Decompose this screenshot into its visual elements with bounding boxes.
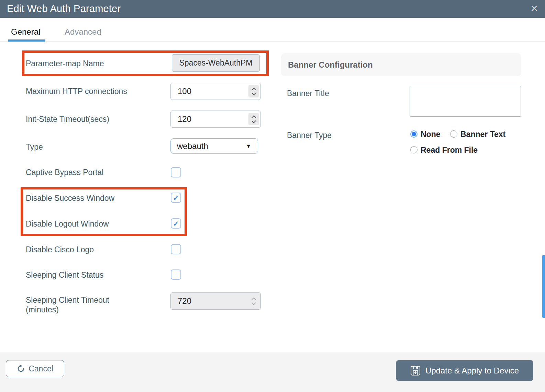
stepper-down-icon [252,301,256,305]
banner-title-textarea[interactable] [410,86,521,117]
banner-configuration-header: Banner Configuration [281,53,521,76]
tab-general-label: General [11,27,40,36]
banner-title-label: Banner Title [287,89,329,98]
save-icon [410,366,421,376]
init-state-timeout-stepper[interactable] [248,113,259,125]
captive-bypass-portal-checkbox[interactable]: ✓ [171,167,181,177]
disable-cisco-logo-label: Disable Cisco Logo [26,245,94,254]
max-http-connections-input[interactable]: 100 [170,83,261,100]
stepper-down-icon[interactable] [252,91,256,95]
max-http-connections-stepper[interactable] [248,85,259,97]
tab-advanced-label: Advanced [65,27,101,36]
type-dropdown-value: webauth [177,141,208,151]
init-state-timeout-label: Init-State Timeout(secs) [26,114,109,124]
sleeping-client-timeout-value: 720 [178,296,191,306]
cancel-button[interactable]: Cancel [6,360,64,377]
sleeping-client-timeout-label: Sleeping Client Timeout (minutes) [26,295,109,314]
undo-icon [17,365,25,373]
sleeping-client-status-label: Sleeping Client Status [26,270,103,280]
close-icon[interactable]: ✕ [530,2,538,15]
disable-cisco-logo-checkbox[interactable]: ✓ [171,244,181,254]
scrollbar-thumb[interactable] [542,255,545,318]
disable-success-window-checkbox[interactable]: ✓ [171,193,181,203]
banner-type-radio-none-label[interactable]: None [421,130,441,139]
disable-logout-window-checkbox[interactable]: ✓ [171,218,181,229]
parameter-map-name-label: Parameter-map Name [26,59,104,68]
max-http-connections-label: Maximum HTTP connections [26,87,127,96]
edit-web-auth-parameter-dialog: Edit Web Auth Parameter ✕ General Advanc… [0,0,545,392]
dialog-titlebar: Edit Web Auth Parameter ✕ [0,0,545,18]
sleeping-client-timeout-stepper [248,295,259,307]
checkmark-icon: ✓ [173,220,179,227]
disable-success-window-label: Disable Success Window [26,193,114,203]
captive-bypass-portal-label: Captive Bypass Portal [26,168,103,177]
disable-logout-window-label: Disable Logout Window [26,219,109,229]
tab-general[interactable]: General [11,27,40,37]
checkmark-icon: ✓ [173,194,179,201]
banner-type-radio-none[interactable] [410,130,418,138]
update-apply-button-label: Update & Apply to Device [425,366,519,376]
parameter-map-name-field[interactable]: Spaces-WebAuthPM [172,54,260,72]
init-state-timeout-input[interactable]: 120 [170,111,261,128]
stepper-down-icon[interactable] [252,119,256,123]
type-label: Type [26,142,43,152]
max-http-connections-value: 100 [178,87,191,96]
banner-type-radio-read-from-file-label[interactable]: Read From File [421,146,478,155]
dialog-footer: Cancel Update & Apply to Device [0,352,545,392]
update-apply-button[interactable]: Update & Apply to Device [396,360,533,381]
cancel-button-label: Cancel [29,364,53,373]
type-dropdown[interactable]: webauth ▼ [170,138,258,154]
banner-type-radio-banner-text[interactable] [450,130,457,138]
dialog-title: Edit Web Auth Parameter [7,3,121,14]
tab-advanced[interactable]: Advanced [65,27,101,37]
sleeping-client-status-checkbox[interactable]: ✓ [171,269,181,280]
dropdown-arrow-icon: ▼ [246,143,251,149]
tabs-divider [0,42,545,42]
banner-configuration-title: Banner Configuration [288,60,373,70]
banner-type-label: Banner Type [287,131,332,140]
banner-type-radio-read-from-file[interactable] [410,146,418,153]
banner-type-radio-banner-text-label[interactable]: Banner Text [460,130,505,139]
init-state-timeout-value: 120 [178,114,191,124]
sleeping-client-timeout-input[interactable]: 720 [170,292,261,310]
